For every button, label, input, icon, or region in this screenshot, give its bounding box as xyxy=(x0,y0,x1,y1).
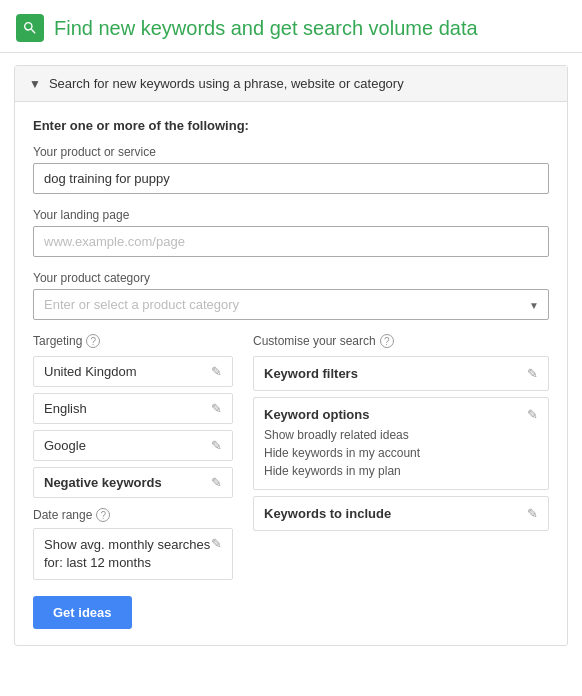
edit-icon-2: ✎ xyxy=(211,438,222,453)
customise-item-title-0: Keyword filters xyxy=(264,366,358,381)
landing-field-group: Your landing page xyxy=(33,208,549,257)
targeting-item-2[interactable]: Google ✎ xyxy=(33,430,233,461)
customise-item-header-2: Keywords to include ✎ xyxy=(264,506,538,521)
customise-item-header-1: Keyword options ✎ xyxy=(264,407,538,422)
targeting-item-label-3: Negative keywords xyxy=(44,475,162,490)
search-icon xyxy=(22,20,38,36)
main-card: ▼ Search for new keywords using a phrase… xyxy=(14,65,568,646)
customise-item-2[interactable]: Keywords to include ✎ xyxy=(253,496,549,531)
header-icon xyxy=(16,14,44,42)
targeting-item-3[interactable]: Negative keywords ✎ xyxy=(33,467,233,498)
category-select-wrapper: Enter or select a product category xyxy=(33,289,549,320)
targeting-item-1[interactable]: English ✎ xyxy=(33,393,233,424)
landing-label: Your landing page xyxy=(33,208,549,222)
date-range-edit-icon: ✎ xyxy=(211,536,222,551)
targeting-item-label-2: Google xyxy=(44,438,86,453)
edit-icon-0: ✎ xyxy=(211,364,222,379)
customise-item-0[interactable]: Keyword filters ✎ xyxy=(253,356,549,391)
collapsible-header[interactable]: ▼ Search for new keywords using a phrase… xyxy=(15,66,567,102)
page-title: Find new keywords and get search volume … xyxy=(54,17,478,40)
date-range-text: Show avg. monthly searches for: last 12 … xyxy=(44,536,210,572)
category-label: Your product category xyxy=(33,271,549,285)
category-field-group: Your product category Enter or select a … xyxy=(33,271,549,320)
date-range-help-icon[interactable]: ? xyxy=(96,508,110,522)
edit-icon-3: ✎ xyxy=(211,475,222,490)
page-header: Find new keywords and get search volume … xyxy=(0,0,582,53)
product-field-group: Your product or service xyxy=(33,145,549,194)
get-ideas-button[interactable]: Get ideas xyxy=(33,596,132,629)
two-column: Targeting ? United Kingdom ✎ English ✎ G… xyxy=(33,334,549,580)
targeting-item-label-0: United Kingdom xyxy=(44,364,137,379)
product-input[interactable] xyxy=(33,163,549,194)
customise-help-icon[interactable]: ? xyxy=(380,334,394,348)
customise-edit-icon-2: ✎ xyxy=(527,506,538,521)
customise-item-1[interactable]: Keyword options ✎ Show broadly related i… xyxy=(253,397,549,490)
targeting-item-label-1: English xyxy=(44,401,87,416)
targeting-section-label: Targeting ? xyxy=(33,334,233,348)
collapsible-label: Search for new keywords using a phrase, … xyxy=(49,76,404,91)
customise-section-label: Customise your search ? xyxy=(253,334,549,348)
date-range-label: Date range ? xyxy=(33,508,233,522)
customise-edit-icon-1: ✎ xyxy=(527,407,538,422)
category-select[interactable]: Enter or select a product category xyxy=(33,289,549,320)
customise-item-title-1: Keyword options xyxy=(264,407,369,422)
product-label: Your product or service xyxy=(33,145,549,159)
targeting-item-0[interactable]: United Kingdom ✎ xyxy=(33,356,233,387)
collapse-arrow-icon: ▼ xyxy=(29,77,41,91)
customise-item-header-0: Keyword filters ✎ xyxy=(264,366,538,381)
form-area: Enter one or more of the following: Your… xyxy=(15,102,567,645)
targeting-help-icon[interactable]: ? xyxy=(86,334,100,348)
customise-item-title-2: Keywords to include xyxy=(264,506,391,521)
customise-item-sub-1: Show broadly related ideas Hide keywords… xyxy=(264,426,538,480)
left-column: Targeting ? United Kingdom ✎ English ✎ G… xyxy=(33,334,233,580)
edit-icon-1: ✎ xyxy=(211,401,222,416)
targeting-section: Targeting ? United Kingdom ✎ English ✎ G… xyxy=(33,334,233,498)
right-column: Customise your search ? Keyword filters … xyxy=(253,334,549,580)
date-range-item[interactable]: Show avg. monthly searches for: last 12 … xyxy=(33,528,233,580)
customise-edit-icon-0: ✎ xyxy=(527,366,538,381)
landing-input[interactable] xyxy=(33,226,549,257)
date-range-section: Date range ? Show avg. monthly searches … xyxy=(33,508,233,580)
form-intro: Enter one or more of the following: xyxy=(33,118,549,133)
